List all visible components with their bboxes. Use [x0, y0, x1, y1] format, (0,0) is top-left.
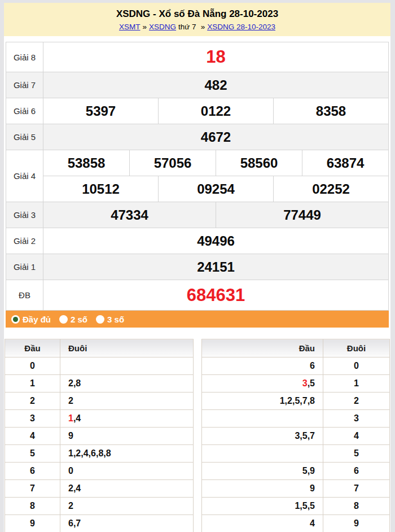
prize-number: 02252: [273, 176, 388, 202]
tail-digit: 3: [323, 410, 390, 428]
tail-values: 2: [60, 393, 194, 410]
head-digit: 2: [5, 393, 60, 410]
prize-number: 18: [43, 42, 388, 72]
head-values: [201, 410, 323, 428]
breadcrumb: XSMT»XSDNGthứ 7»XSDNG 28-10-2023: [4, 23, 390, 31]
prize-label-giai-4: Giải 4: [6, 150, 43, 202]
head-digit: 4: [5, 428, 60, 445]
digit-list: 2: [68, 501, 73, 511]
prize-values-giai-6: 539701228358: [43, 98, 388, 124]
head-tail-area: ĐầuĐuôi012,82231,44951,2,4,6,8,86072,482…: [5, 339, 390, 532]
tail-digit: 9: [323, 515, 390, 532]
prize-line: 105120925402252: [43, 176, 388, 202]
head-tail-header-row: ĐầuĐuôi: [201, 339, 390, 357]
head-tail-row: 5,96: [201, 463, 390, 480]
prize-values-giai-3: 4733477449: [43, 202, 388, 228]
prize-row-giai-7: Giải 7482: [6, 72, 388, 98]
head-digit: 1: [5, 375, 60, 393]
head-tail-row: 49: [5, 428, 194, 445]
digit-list: 1,5,5: [295, 501, 315, 511]
digit-list: 2: [68, 396, 73, 405]
head-tail-row: 3,51: [201, 375, 390, 393]
prize-number: 57056: [129, 150, 216, 176]
head-tail-header-row: ĐầuĐuôi: [5, 339, 194, 357]
head-tail-row: 3: [201, 410, 390, 428]
prize-row-giai-3: Giải 34733477449: [6, 202, 388, 228]
radio-icon: [11, 315, 20, 324]
filter-radio-day-du[interactable]: Đầy đủ: [11, 315, 51, 324]
filter-radio-3-so[interactable]: 3 số: [96, 315, 124, 324]
breadcrumb-link[interactable]: XSMT: [119, 23, 141, 31]
head-tail-row: 22: [5, 393, 194, 410]
head-digit: 6: [5, 463, 60, 480]
prize-number: 5397: [43, 98, 158, 124]
head-tail-row: 12,8: [5, 375, 194, 393]
prize-row-giai-1: Giải 124151: [6, 254, 388, 280]
head-digit: 0: [5, 357, 60, 375]
digit-list: 4: [310, 518, 315, 528]
prize-line: 684631: [43, 280, 388, 310]
breadcrumb-link[interactable]: XSDNG 28-10-2023: [207, 23, 275, 31]
prize-line: 4733477449: [43, 202, 388, 228]
prize-values-giai-7: 482: [43, 72, 388, 98]
prize-label-giai-2: Giải 2: [6, 228, 43, 254]
prize-line: 53858570565856063874: [43, 150, 388, 176]
radio-dot: [13, 317, 18, 322]
page-header: XSDNG - Xổ số Đà Nẵng 28-10-2023 XSMT»XS…: [4, 3, 390, 36]
filter-radio-2-so[interactable]: 2 số: [59, 315, 87, 324]
head-tail-row: 72,4: [5, 480, 194, 498]
tail-digit: 8: [323, 498, 390, 515]
head-digit: 8: [5, 498, 60, 515]
head-column-header: Đầu: [5, 339, 60, 357]
radio-dot: [98, 317, 103, 322]
digit-list: 9: [68, 431, 73, 441]
prize-number: 09254: [158, 176, 273, 202]
prize-number: 10512: [43, 176, 158, 202]
digit-list: 5,9: [302, 466, 315, 476]
digit-list: 9: [310, 483, 315, 493]
head-values: 1,2,5,7,8: [201, 393, 323, 410]
head-digit: 9: [5, 515, 60, 532]
digit-list: 6,7: [68, 518, 81, 528]
head-values: [201, 445, 323, 463]
prize-line: 482: [43, 72, 388, 98]
tail-digit: 1: [323, 375, 390, 393]
head-digit: 3: [5, 410, 60, 428]
prize-number: 58560: [216, 150, 302, 176]
head-tail-table-right: ĐầuĐuôi603,511,2,5,7,8233,5,7455,96971,5…: [201, 339, 390, 532]
prize-number: 684631: [43, 280, 388, 310]
prize-row-giai-4: Giải 45385857056585606387410512092540225…: [6, 150, 388, 202]
highlighted-digit: 3: [302, 378, 308, 388]
page-title: XSDNG - Xổ số Đà Nẵng 28-10-2023: [4, 8, 390, 20]
prize-line: 49496: [43, 228, 388, 254]
tail-digit: 4: [323, 428, 390, 445]
tail-values: 1,2,4,6,8,8: [60, 445, 194, 463]
prize-label-giai-6: Giải 6: [6, 98, 43, 124]
prize-values-giai-4: 53858570565856063874105120925402252: [43, 150, 388, 202]
prize-row-giai-5: Giải 54672: [6, 124, 388, 150]
prize-values-giai-db: 684631: [43, 280, 388, 310]
head-tail-row: 97: [201, 480, 390, 498]
prize-values-giai-2: 49496: [43, 228, 388, 254]
breadcrumb-link[interactable]: XSDNG: [149, 23, 176, 31]
digit-list: 6: [310, 361, 315, 370]
head-tail-row: 1,2,5,7,82: [201, 393, 390, 410]
breadcrumb-separator: »: [143, 23, 147, 31]
prize-label-giai-3: Giải 3: [6, 202, 43, 228]
radio-icon: [96, 315, 104, 324]
digit-list: 0: [68, 466, 73, 476]
prize-label-giai-7: Giải 7: [6, 72, 43, 98]
head-values: 6: [201, 357, 323, 375]
digit-list: 3,5,7: [295, 431, 315, 441]
head-values: 3,5,7: [201, 428, 323, 445]
head-tail-row: 60: [201, 357, 390, 375]
prize-line: 18: [43, 42, 388, 72]
prize-values-giai-8: 18: [43, 42, 388, 72]
tail-column-header: Đuôi: [60, 339, 194, 357]
prize-number: 4672: [43, 124, 388, 150]
prize-label-giai-db: ĐB: [6, 280, 43, 310]
prize-label-giai-8: Giải 8: [6, 42, 43, 72]
tail-values: 6,7: [60, 515, 194, 532]
tail-values: 1,4: [60, 410, 194, 428]
highlighted-digit: 1: [68, 413, 73, 423]
